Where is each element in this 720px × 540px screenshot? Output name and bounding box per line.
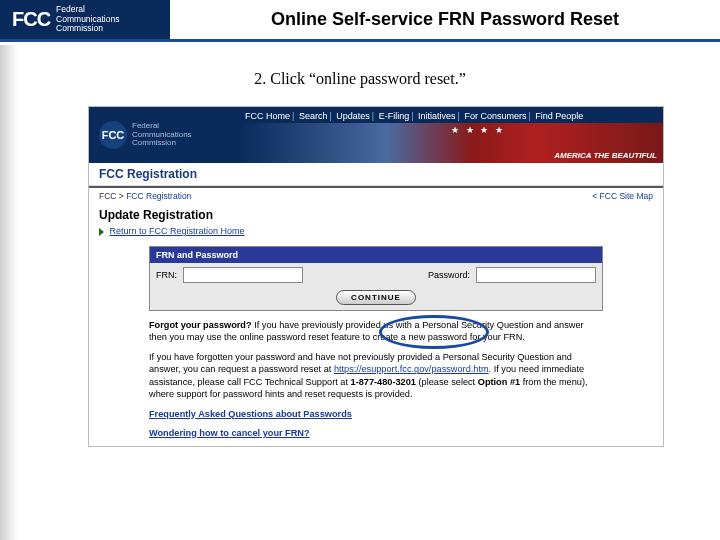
breadcrumb-link[interactable]: FCC Registration [126,191,191,201]
fcc-wordmark: FCC [12,8,50,31]
breadcrumb-row: FCC > FCC Registration < FCC Site Map [89,188,663,204]
password-label: Password: [428,270,470,280]
forgot-lead: Forgot your password? [149,320,252,330]
step-instruction: 2. Click “online password reset.” [0,70,720,88]
continue-button[interactable]: CONTINUE [336,290,416,305]
slide-logo: FCC Federal Communications Commission [0,0,170,39]
password-reset-url[interactable]: https://esupport.fcc.gov/password.htm [334,364,489,374]
decorative-shadow [0,45,18,540]
return-home-link[interactable]: Return to FCC Registration Home [110,226,245,236]
return-link-row: Return to FCC Registration Home [89,224,663,242]
menu-option: Option #1 [478,377,520,387]
frn-label: FRN: [156,270,177,280]
fcc-agency-name: Federal Communications Commission [56,5,119,33]
top-nav: FCC Home| Search| Updates| E-Filing| Ini… [239,107,663,121]
fcc-seal-icon: FCC [99,121,127,149]
registration-heading: FCC Registration [89,163,663,186]
embed-logo: FCC Federal Communications Commission [89,107,239,163]
breadcrumb: FCC > FCC Registration [99,191,191,201]
banner-motto: AMERICA THE BEAUTIFUL [554,151,657,160]
stars-icon: ★ ★ ★ ★ [451,125,505,135]
password-input[interactable] [476,267,596,283]
nav-link[interactable]: Updates [336,111,370,121]
slide-header: FCC Federal Communications Commission On… [0,0,720,42]
page-title: Update Registration [89,204,663,224]
nav-link[interactable]: Find People [535,111,583,121]
support-phone: 1-877-480-3201 [351,377,416,387]
nav-link[interactable]: Initiatives [418,111,456,121]
arrow-right-icon [99,228,104,236]
login-form: FRN and Password FRN: Password: CONTINUE [149,246,603,311]
nav-link[interactable]: For Consumers [464,111,526,121]
nav-link[interactable]: E-Filing [379,111,410,121]
form-header: FRN and Password [150,247,602,263]
website-screenshot: FCC Federal Communications Commission FC… [88,106,664,447]
help-text: Forgot your password? If you have previo… [149,319,603,439]
frn-input[interactable] [183,267,303,283]
embed-header: FCC Federal Communications Commission FC… [89,107,663,163]
nav-link[interactable]: Search [299,111,328,121]
embed-agency-name: Federal Communications Commission [132,122,192,147]
faq-link[interactable]: Frequently Asked Questions about Passwor… [149,409,352,419]
slide-title: Online Self-service FRN Password Reset [170,0,720,39]
flag-banner: ★ ★ ★ ★ AMERICA THE BEAUTIFUL [239,123,663,163]
nav-link[interactable]: FCC Home [245,111,290,121]
site-map-link[interactable]: < FCC Site Map [592,191,653,201]
cancel-frn-link[interactable]: Wondering how to cancel your FRN? [149,428,310,438]
